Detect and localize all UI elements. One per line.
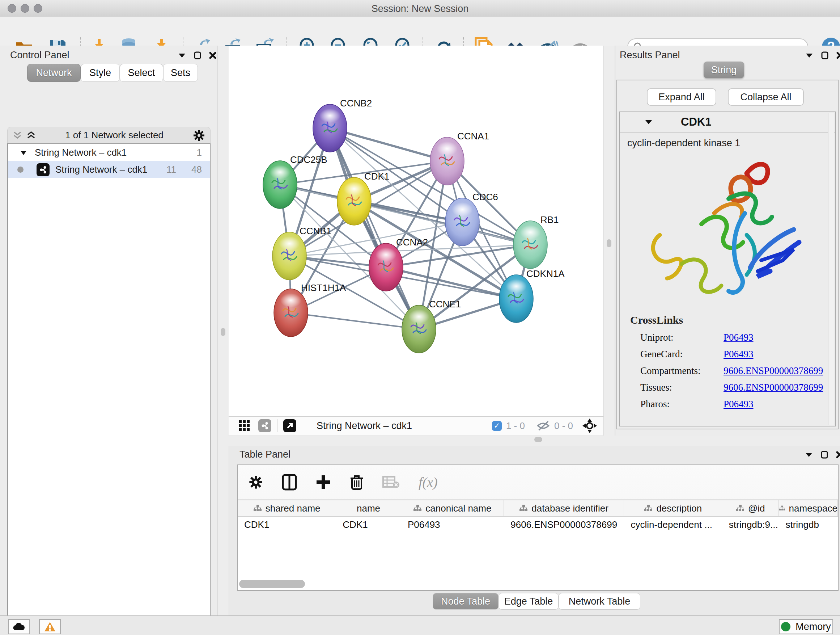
panel-close-icon[interactable] — [836, 52, 840, 59]
delete-column-trash-icon[interactable] — [350, 474, 363, 491]
table-cell: CDK1 — [238, 516, 336, 532]
node-label-CCNE1: CCNE1 — [429, 299, 461, 310]
tab-string[interactable]: String — [704, 62, 744, 78]
grid-view-icon[interactable] — [238, 420, 250, 432]
node-CDK1[interactable] — [337, 177, 371, 225]
bottom-status-bar: Memory — [0, 616, 840, 635]
add-column-icon[interactable] — [316, 475, 331, 490]
tab-select[interactable]: Select — [120, 64, 163, 82]
crosslink-label: Compartments: — [640, 365, 723, 377]
crosslink-link[interactable]: P06493 — [723, 399, 753, 410]
birdseye-icon[interactable] — [283, 419, 296, 432]
right-splitter-handle[interactable] — [607, 239, 611, 247]
node-CDC6[interactable] — [445, 198, 479, 246]
results-content-box: Expand All Collapse All CDK1 cyclin-depe… — [616, 80, 838, 429]
crosslink-link[interactable]: P06493 — [723, 348, 753, 360]
column-header--id[interactable]: @id — [722, 500, 779, 516]
table-panel-title: Table Panel — [240, 449, 291, 460]
selected-checkbox[interactable]: ✓ — [492, 421, 502, 431]
control-panel-title: Control Panel — [10, 50, 69, 61]
left-splitter-handle[interactable] — [221, 328, 225, 336]
panel-menu-icon[interactable] — [805, 452, 813, 458]
panel-float-icon[interactable] — [194, 51, 201, 59]
node-CDKN1A[interactable] — [499, 275, 533, 323]
tab-edge-table[interactable]: Edge Table — [499, 593, 559, 610]
tab-network[interactable]: Network — [27, 64, 81, 82]
node-table: shared namenamecanonical namedatabase id… — [238, 500, 838, 590]
memory-button[interactable]: Memory — [779, 619, 833, 634]
column-header-namespace[interactable]: namespace — [779, 500, 838, 516]
crosslink-row: Tissues:9606.ENSP00000378699 — [640, 379, 835, 396]
panel-float-icon[interactable] — [821, 451, 828, 459]
tree-expander-icon[interactable] — [20, 150, 27, 155]
gene-name: CDK1 — [681, 116, 711, 128]
horizontal-splitter[interactable] — [229, 435, 840, 446]
edge-CCNB2-CCNE1[interactable] — [330, 128, 419, 329]
crosslink-link[interactable]: 9606.ENSP00000378699 — [723, 382, 823, 393]
gear-icon[interactable] — [193, 129, 205, 141]
panel-close-icon[interactable] — [836, 451, 840, 458]
node-CCNB1[interactable] — [272, 232, 306, 280]
column-header-database-identifier[interactable]: database identifier — [504, 500, 624, 516]
tab-node-table[interactable]: Node Table — [433, 593, 499, 610]
right-splitter[interactable] — [603, 46, 615, 435]
table-cell: CDK1 — [336, 516, 401, 532]
expand-all-button[interactable]: Expand All — [647, 88, 716, 106]
crosslink-link[interactable]: 9606.ENSP00000378699 — [723, 365, 823, 377]
table-settings-gear-icon[interactable] — [248, 475, 263, 489]
panel-float-icon[interactable] — [821, 51, 829, 59]
results-panel-title: Results Panel — [620, 50, 680, 61]
delete-table-icon — [382, 475, 400, 489]
entry-expander-icon[interactable] — [645, 119, 653, 125]
node-CCNE1[interactable] — [402, 305, 436, 353]
network-collection-row[interactable]: String Network – cdk1 1 — [8, 144, 210, 161]
tab-sets[interactable]: Sets — [163, 64, 198, 82]
column-hierarchy-icon — [519, 504, 528, 512]
column-header-description[interactable]: description — [624, 500, 722, 516]
node-CDC25B[interactable] — [263, 161, 297, 209]
edge-HIST1H1A-CCNE1[interactable] — [291, 313, 419, 329]
crosslink-row: GeneCard:P06493 — [640, 346, 835, 363]
panel-close-icon[interactable] — [209, 52, 216, 59]
node-RB1[interactable] — [513, 221, 547, 269]
function-builder-icon: f(x) — [418, 474, 438, 490]
results-panel-header-icons — [805, 51, 840, 59]
results-scrollbar[interactable] — [828, 113, 834, 425]
node-label-CCNB1: CCNB1 — [300, 226, 332, 236]
crosslink-label: GeneCard: — [640, 348, 723, 360]
cloud-button[interactable] — [8, 619, 30, 634]
show-columns-icon[interactable] — [282, 474, 297, 491]
table-row[interactable]: CDK1CDK1P064939606.ENSP00000378699cyclin… — [238, 516, 838, 532]
table-body: CDK1CDK1P064939606.ENSP00000378699cyclin… — [238, 516, 838, 532]
gene-entry-header[interactable]: CDK1 — [620, 112, 835, 133]
network-row[interactable]: String Network – cdk1 11 48 — [8, 161, 210, 178]
node-HIST1H1A[interactable] — [274, 289, 308, 337]
collapse-all-icon[interactable] — [13, 131, 22, 140]
expand-all-icon[interactable] — [27, 131, 36, 140]
crosslink-link[interactable]: P06493 — [723, 332, 753, 343]
panel-menu-icon[interactable] — [178, 52, 186, 58]
column-header-shared-name[interactable]: shared name — [238, 500, 336, 516]
table-hscrollbar-thumb[interactable] — [239, 580, 305, 588]
table-toolbar: f(x) — [238, 465, 838, 499]
horizontal-splitter-handle[interactable] — [534, 437, 542, 442]
table-cell: stringdb:9... — [722, 516, 779, 532]
warnings-button[interactable] — [39, 619, 61, 634]
tab-network-table[interactable]: Network Table — [559, 593, 640, 610]
node-CCNA2[interactable] — [369, 243, 403, 291]
tab-style[interactable]: Style — [81, 64, 120, 82]
column-header-name[interactable]: name — [336, 500, 401, 516]
left-splitter[interactable] — [218, 46, 229, 616]
network-canvas[interactable]: CCNB2CCNA1CDC25BCDK1CDC6RB1CCNB1CCNA2CDK… — [229, 46, 603, 416]
network-share-icon[interactable] — [258, 419, 271, 432]
node-CCNA1[interactable] — [430, 137, 464, 185]
hidden-eye-icon[interactable] — [537, 420, 551, 431]
fit-selection-crosshair-icon[interactable] — [583, 418, 597, 433]
collapse-all-button[interactable]: Collapse All — [728, 88, 804, 106]
column-header-canonical-name[interactable]: canonical name — [401, 500, 504, 516]
node-CCNB2[interactable] — [313, 104, 347, 152]
column-hierarchy-icon — [779, 504, 785, 512]
table-header-row: shared namenamecanonical namedatabase id… — [238, 500, 838, 516]
panel-menu-icon[interactable] — [805, 52, 813, 58]
memory-status-dot — [781, 622, 790, 631]
